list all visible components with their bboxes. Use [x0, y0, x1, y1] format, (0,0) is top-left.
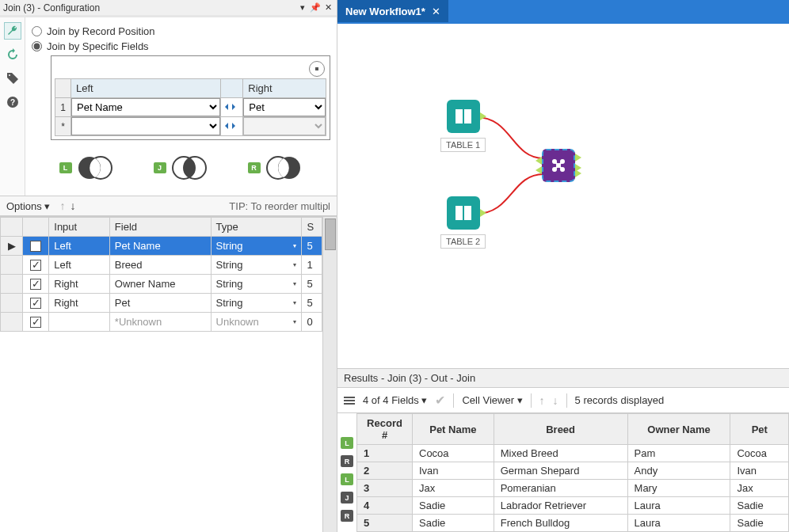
venn-join-badge: J: [154, 162, 166, 173]
options-dropdown[interactable]: Options ▾: [6, 200, 50, 212]
pin-icon[interactable]: 📌: [310, 2, 321, 13]
workflow-tab[interactable]: New Workflow1* ✕: [337, 0, 448, 22]
anchor-badge[interactable]: L: [337, 470, 356, 488]
results-header[interactable]: Pet Name: [413, 414, 494, 445]
venn-right-badge: R: [248, 162, 261, 173]
key-options-button[interactable]: [309, 61, 325, 77]
anchor-badge[interactable]: L: [337, 434, 356, 452]
help-icon[interactable]: ?: [4, 93, 21, 111]
field-count-dropdown[interactable]: 4 of 4 Fields ▾: [363, 394, 427, 406]
right-field-select[interactable]: Pet: [243, 98, 326, 116]
results-toolbar: 4 of 4 Fields ▾ ✔ Cell Viewer ▾ ↑ ↓ 5 re…: [337, 388, 789, 413]
svg-point-0: [9, 74, 10, 76]
results-row[interactable]: 1CocoaMixed BreedPamCocoa: [357, 445, 789, 462]
hamburger-icon[interactable]: [344, 397, 355, 405]
field-row[interactable]: ✓ Right Owner Name String▾ 5: [1, 275, 322, 294]
config-side-toolbar: ?: [0, 17, 25, 196]
join-key-grid: Left Right 1 Pet Name Pet *: [51, 55, 330, 140]
join-by-position-radio[interactable]: Join by Record Position: [32, 25, 330, 37]
anchor-column: LRLJR: [337, 413, 356, 532]
results-header[interactable]: Record #: [357, 414, 413, 445]
tip-text: TIP: To reorder multipl: [229, 200, 330, 212]
field-row[interactable]: ✓ Right Pet String▾ 5: [1, 294, 322, 313]
workflow-tab-label: New Workflow1*: [345, 6, 425, 17]
check-icon[interactable]: ✔: [435, 393, 445, 408]
dropdown-icon[interactable]: ▾: [297, 2, 308, 13]
configuration-panel: Join (3) - Configuration ▾ 📌 ✕ ? Join by…: [0, 0, 337, 532]
swap-icon[interactable]: [225, 123, 239, 130]
right-column-header: Right: [243, 79, 326, 98]
left-field-select[interactable]: Pet Name: [71, 98, 220, 116]
anchor-badge[interactable]: R: [337, 507, 356, 525]
field-row[interactable]: ✓ Left Breed String▾ 1: [1, 256, 322, 275]
radio-fields-label: Join by Specific Fields: [47, 40, 149, 52]
anchor-badge[interactable]: J: [337, 488, 356, 507]
results-title: Results - Join (3) - Out - Join: [337, 368, 789, 388]
workflow-tabbar: New Workflow1* ✕: [337, 0, 789, 22]
right-field-select-empty: [243, 117, 326, 135]
left-column-header: Left: [71, 79, 221, 98]
table2-node[interactable]: TABLE 2: [440, 196, 486, 249]
swap-icon[interactable]: [225, 104, 239, 111]
move-up-button[interactable]: ↑: [59, 200, 65, 212]
close-icon[interactable]: ✕: [322, 2, 334, 13]
radio-position-label: Join by Record Position: [47, 25, 155, 37]
table1-label: TABLE 1: [440, 138, 486, 152]
config-title-text: Join (3) - Configuration: [3, 2, 100, 13]
col-field[interactable]: Field: [109, 218, 211, 237]
cell-viewer-dropdown[interactable]: Cell Viewer ▾: [462, 394, 522, 406]
join-node[interactable]: [542, 149, 575, 182]
table2-label: TABLE 2: [440, 234, 486, 249]
refresh-icon[interactable]: [4, 46, 21, 63]
results-up-button[interactable]: ↑: [539, 394, 545, 407]
svg-text:?: ?: [10, 98, 14, 107]
col-input[interactable]: Input: [49, 218, 110, 237]
results-down-button[interactable]: ↓: [553, 394, 558, 407]
record-count-text: 5 records displayed: [575, 394, 665, 406]
key-row-star: *: [55, 117, 71, 136]
wrench-icon[interactable]: [4, 22, 21, 40]
results-row[interactable]: 4SadieLabrador RetrieverLauraSadie: [357, 497, 789, 515]
results-header[interactable]: Pet: [730, 414, 789, 445]
col-size[interactable]: S: [302, 218, 322, 237]
left-field-select-empty[interactable]: [71, 117, 220, 135]
workspace-panel: New Workflow1* ✕ TABLE 1 TABLE 2: [337, 0, 789, 532]
join-by-fields-radio[interactable]: Join by Specific Fields: [32, 40, 330, 52]
config-titlebar: Join (3) - Configuration ▾ 📌 ✕: [0, 0, 337, 17]
tab-close-icon[interactable]: ✕: [432, 6, 440, 17]
results-body: LRLJR Record #Pet NameBreedOwner NamePet…: [337, 413, 789, 532]
results-row[interactable]: 3JaxPomeranianMaryJax: [357, 480, 789, 497]
venn-output-row: L J R: [32, 140, 330, 189]
workflow-canvas[interactable]: TABLE 1 TABLE 2: [337, 24, 789, 368]
venn-left-badge: L: [59, 162, 72, 173]
results-header[interactable]: Owner Name: [627, 414, 730, 445]
anchor-badge[interactable]: R: [337, 452, 356, 470]
field-row[interactable]: ▶ ✓ Left Pet Name String▾ 5: [1, 237, 322, 256]
results-row[interactable]: 5SadieFrench BulldogLauraSadie: [357, 515, 789, 532]
col-type[interactable]: Type: [211, 218, 302, 237]
scrollbar[interactable]: [322, 217, 337, 532]
field-row[interactable]: ✓ *Unknown Unknown▾ 0: [1, 313, 322, 332]
radio-position[interactable]: [32, 26, 42, 36]
tag-icon[interactable]: [4, 70, 21, 87]
results-row[interactable]: 2IvanGerman ShepardAndyIvan: [357, 462, 789, 480]
field-options-bar: Options ▾ ↑ ↓ TIP: To reorder multipl: [0, 196, 337, 216]
results-grid: Record #Pet NameBreedOwner NamePet 1Coco…: [356, 413, 789, 532]
venn-right[interactable]: R: [248, 154, 303, 181]
key-row-1: 1: [55, 98, 71, 117]
radio-fields[interactable]: [32, 41, 42, 51]
results-header[interactable]: Breed: [494, 414, 627, 445]
field-grid: Input Field Type S ▶ ✓ Left Pet Name Str…: [0, 217, 322, 532]
move-down-button[interactable]: ↓: [70, 200, 75, 212]
svg-rect-3: [315, 67, 318, 70]
venn-join[interactable]: J: [154, 154, 209, 181]
table1-node[interactable]: TABLE 1: [440, 100, 486, 152]
venn-left[interactable]: L: [59, 154, 115, 181]
